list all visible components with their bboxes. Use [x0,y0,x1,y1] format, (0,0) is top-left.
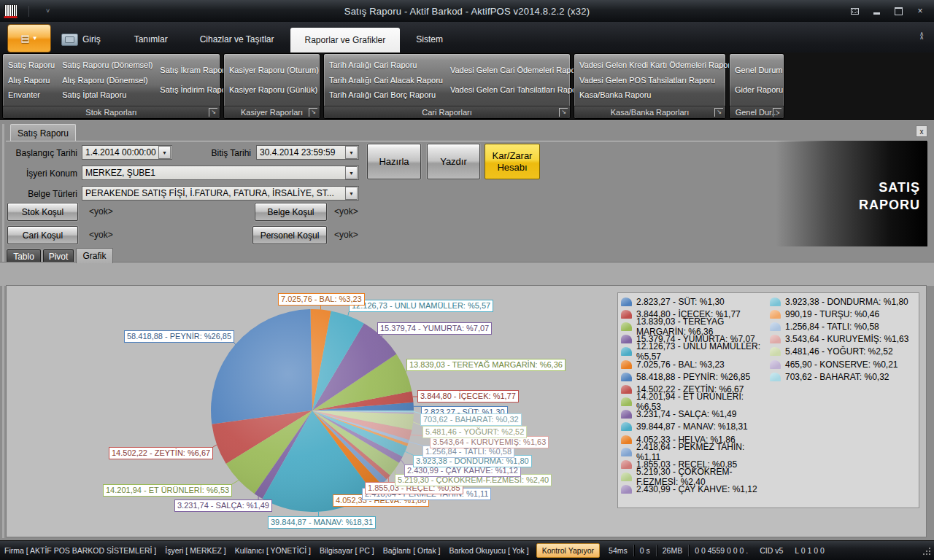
pie-label-YUMURTA: 15.379,74 - YUMURTA: %7,07 [377,322,492,335]
status-segment: Barkod Okuyucu [ Yok ] [449,546,529,555]
status-metric: CID v5 [754,546,789,555]
ribbon-item[interactable]: Vadesi Gelen Cari Ödemeleri Raporu [447,65,587,75]
dialog-launcher-icon[interactable]: ↘ [559,108,568,117]
tab-cihazlar[interactable]: Cihazlar ve Taşıtlar [184,26,290,52]
start-date-dropdown-icon[interactable]: ▼ [158,146,171,159]
ribbon-tab-strip: ▤ ▼ Giriş Tanımlar Cihazlar ve Taşıtlar … [0,22,934,52]
minimize-button[interactable] [871,7,881,15]
app-menu-icon: ▤ [20,33,29,44]
pie-leader-line [414,411,420,413]
start-date-label: Başlangıç Tarihi [6,148,77,158]
prepare-button[interactable]: Hazırla [367,144,421,179]
status-metric: 54ms [603,546,633,555]
end-date-dropdown-icon[interactable]: ▼ [345,146,358,159]
ribbon-item[interactable]: Kasiyer Raporu (Oturum) [226,65,322,75]
pie-leader-line [405,451,413,455]
dialog-launcher-icon[interactable]: ↘ [773,108,781,117]
stock-condition-button[interactable]: Stok Koşul [7,203,78,221]
ribbon-group-title: Genel Dur...↘ [730,106,784,118]
dialog-launcher-icon[interactable]: ↘ [209,108,217,117]
tab-tanimlar[interactable]: Tanımlar [118,26,184,52]
dialog-launcher-icon[interactable]: ↘ [309,108,317,117]
dialog-launcher-icon[interactable]: ↘ [714,108,723,117]
document-close-icon[interactable]: x [916,125,927,137]
profit-loss-button[interactable]: Kar/Zarar Hesabı [485,144,540,179]
ribbon-item[interactable]: Satış Raporu [5,60,58,70]
pie-label-BAL: 7.025,76 - BAL: %3,23 [278,293,365,306]
status-segment: Kullanıcı [ YÖNETİCİ ] [235,546,311,555]
application-menu-button[interactable]: ▤ ▼ [7,24,51,52]
ribbon-item[interactable]: Satış Raporu (Dönemsel) [59,60,155,70]
ribbon-group-5: Genel DurumGider RaporuGenel Dur...↘ [729,53,784,119]
status-metric: 0 s [634,546,656,555]
print-button[interactable]: Yazdır [427,144,480,179]
doc-condition-button[interactable]: Belge Koşul [255,203,327,221]
chevron-down-icon: ▼ [32,35,38,42]
ribbon-item[interactable]: Gider Raporu [732,85,786,95]
ribbon-group-title: Kasa/Banka Raporları↘ [574,106,725,118]
end-date-input[interactable]: 30.4.2014 23:59:59 ▼ [256,145,359,160]
pie-label-PEYNİR: 58.418,88 - PEYNİR: %26,85 [124,330,234,343]
cari-condition-value: <yok> [89,230,113,240]
maximize-button[interactable] [893,7,903,15]
pie-label-SALÇA: 3.231,74 - SALÇA: %1,49 [174,499,272,512]
cari-condition-button[interactable]: Cari Koşul [7,226,78,244]
doc-condition-value: <yok> [334,206,358,217]
ribbon-item[interactable]: Vadesi Gelen Cari Tahsilatları Raporu [447,85,587,95]
ribbon-item[interactable]: Kasa/Banka Raporu [576,90,738,100]
location-label: İşyeri Konum [6,168,77,179]
status-metric: 0 0 4559 0 0 0 . [689,546,754,555]
close-button[interactable]: × [915,7,925,15]
view-tab-grafik[interactable]: Grafik [76,248,113,263]
doctype-combo[interactable]: PERAKENDE SATIŞ FİŞİ, İ.FATURA, FATURA, … [82,186,359,201]
pie-label-ZEYTİN: 14.502,22 - ZEYTİN: %6,67 [109,447,213,459]
ribbon-collapse-icon[interactable]: ∧∧ [919,32,924,39]
ribbon-item[interactable]: Alış Raporu [5,75,58,85]
stock-condition-value: <yok> [89,206,113,217]
personnel-condition-button[interactable]: Personel Koşul [252,226,327,244]
fullscreen-button[interactable] [849,7,860,15]
doctype-label: Belge Türleri [6,189,77,199]
location-combo[interactable]: MERKEZ, ŞUBE1 ▼ [82,166,359,180]
ribbon-group-title: Cari Raporları↘ [324,106,570,118]
ribbon-body: Satış RaporuAlış RaporuEnvanterSatış Rap… [0,52,934,120]
tab-giris[interactable]: Giriş [82,26,118,52]
ribbon-item[interactable]: Satış İptal Raporu [59,90,155,100]
status-bar: Firma [ AKTİF POS BARKOD SİSTEMLERİ ]İşy… [0,540,934,560]
ribbon-item[interactable]: Tarih Aralığı Cari Raporu [326,60,446,70]
location-dropdown-icon[interactable]: ▼ [345,166,358,179]
ribbon-item[interactable]: Genel Durum [732,65,786,75]
status-segment: Firma [ AKTİF POS BARKOD SİSTEMLERİ ] [4,546,156,555]
title-bar: ˅ Satış Raporu - Aktif Barkod - AktifPOS… [0,0,934,22]
status-segment: İşyeri [ MERKEZ ] [165,546,225,555]
pie-leader-line [348,312,349,316]
ribbon-item[interactable]: Vadesi Gelen Kredi Kartı Ödemeleri Rapor… [576,60,738,70]
pie-label-MANAV: 39.844,87 - MANAV: %18,31 [268,516,376,529]
ribbon-item[interactable]: Alış Raporu (Dönemsel) [59,75,155,85]
ribbon-item[interactable]: Vadesi Gelen POS Tahsilatları Raporu [576,75,738,85]
tab-raporlar[interactable]: Raporlar ve Grafikler [290,28,401,52]
personnel-condition-value: <yok> [334,230,358,240]
ribbon-item[interactable]: Kasiyer Raporu (Günlük) [226,85,322,95]
resize-grip[interactable] [922,546,932,556]
window-title: Satış Raporu - Aktif Barkod - AktifPOS v… [0,6,934,17]
ribbon-item[interactable]: Tarih Aralığı Cari Alacak Raporu [326,75,446,85]
folder-icon [61,34,78,46]
doctype-dropdown-icon[interactable]: ▼ [345,187,358,200]
ribbon-item[interactable]: Envanter [5,90,58,100]
chart-panel: 2.823,27 - SÜT: %1,303.844,80 - İÇECEK: … [6,285,927,537]
status-metric: 26MB [657,546,688,555]
pie-label-ET ÜRÜNLERİ: 14.201,94 - ET ÜRÜNLERİ: %6,53 [103,484,232,497]
pie-leader-line [234,343,236,345]
ribbon-group-title: Kasiyer Raporları↘ [224,106,320,118]
ribbon-group-title: Stok Raporları↘ [3,106,220,118]
tab-sistem[interactable]: Sistem [400,26,459,52]
ribbon-group-1: Satış RaporuAlış RaporuEnvanterSatış Rap… [2,53,220,119]
pie-label-YOĞURT: 5.481,46 - YOĞURT: %2,52 [422,426,527,438]
start-date-input[interactable]: 1.4.2014 00:00:00 ▼ [82,145,172,160]
status-segment: Bağlantı [ Ortak ] [383,546,441,555]
pie-label-UNLU MAMÜLLER: 12.126,73 - UNLU MAMÜLLER: %5,57 [349,300,493,312]
ribbon-item[interactable]: Tarih Aralığı Cari Borç Raporu [326,90,446,100]
ribbon-group-3: Tarih Aralığı Cari RaporuTarih Aralığı C… [323,53,571,119]
document-tab-satis-raporu[interactable]: Satış Raporu [10,124,76,141]
